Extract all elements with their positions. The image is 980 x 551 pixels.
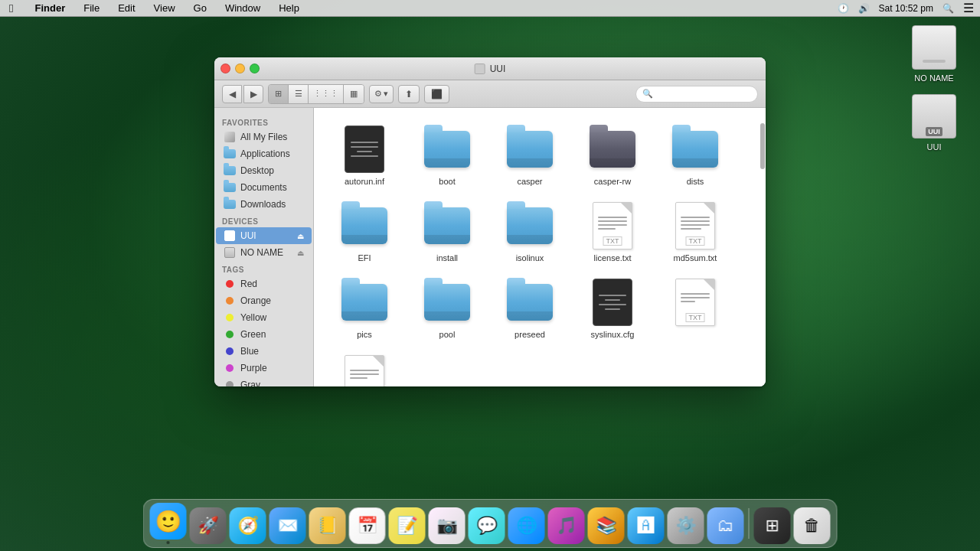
dock-item-filecleaner[interactable]: 🗂	[707, 507, 744, 544]
dock-item-network[interactable]: 🌐	[508, 507, 545, 544]
view-list-button[interactable]: ☰	[289, 85, 309, 103]
scrollbar[interactable]	[760, 108, 766, 386]
titlebar: UUI	[214, 57, 766, 80]
file-item-md5sum-txt[interactable]: TXT md5sum.txt	[657, 197, 733, 267]
install-folder-icon	[423, 201, 472, 250]
dock-item-launchpad2[interactable]: ⊞	[754, 507, 791, 544]
menubar-finder[interactable]: Finder	[31, 2, 68, 14]
file-item-syslinux[interactable]: syslinux.cfg	[574, 273, 651, 344]
forward-button[interactable]: ▶	[243, 85, 263, 103]
sidebar-item-tag-gray[interactable]: Gray	[216, 377, 312, 386]
uui-eject-button[interactable]: ⏏	[297, 232, 304, 240]
menubar-list-icon[interactable]: ☰	[963, 1, 974, 15]
isolinux-label: isolinux	[516, 253, 544, 262]
photos-dock-icon: 📷	[429, 507, 466, 544]
file-item-pool[interactable]: pool	[409, 273, 485, 344]
sidebar-item-tag-blue[interactable]: Blue	[216, 343, 312, 360]
view-column-button[interactable]: ⋮⋮⋮	[309, 85, 344, 103]
dock-item-messages[interactable]: 💬	[469, 507, 505, 544]
sidebar-item-documents[interactable]: Documents	[216, 179, 312, 196]
dock-item-mail[interactable]: ✉️	[270, 507, 306, 544]
dock-item-sysprefs[interactable]: ⚙️	[668, 507, 704, 544]
install-label: install	[436, 253, 458, 262]
sidebar-item-no-name-device[interactable]: NO NAME ⏏	[216, 244, 312, 261]
menubar-go[interactable]: Go	[191, 2, 210, 14]
documents-folder-icon	[224, 181, 236, 194]
file-item-install[interactable]: install	[409, 197, 485, 267]
back-button[interactable]: ◀	[222, 85, 242, 103]
notes-dock-icon: 📝	[389, 507, 426, 544]
apple-menu[interactable]: 	[6, 2, 16, 15]
search-box[interactable]: 🔍	[635, 86, 758, 103]
minimize-button[interactable]	[235, 64, 245, 73]
view-icon-button[interactable]: ⊞	[269, 85, 289, 103]
sidebar-item-tag-green[interactable]: Green	[216, 326, 312, 343]
menubar-file[interactable]: File	[80, 2, 103, 14]
file-item-txt4[interactable]: TXT	[326, 350, 403, 386]
file-item-efi[interactable]: EFI	[326, 197, 403, 267]
uui-drive-label: UUI	[927, 142, 942, 152]
casper-rw-label: casper-rw	[594, 177, 631, 186]
dock-item-notes[interactable]: 📝	[389, 507, 426, 544]
menubar-search-icon[interactable]: 🔍	[942, 3, 954, 14]
ibooks-dock-icon: 📚	[588, 507, 625, 544]
file-item-pics[interactable]: pics	[326, 273, 403, 344]
sidebar-item-downloads[interactable]: Downloads	[216, 196, 312, 213]
info-button[interactable]: ⬛	[424, 85, 449, 103]
dock-item-finder[interactable]: 🙂	[150, 503, 187, 544]
dock-item-addressbook[interactable]: 📒	[309, 507, 346, 544]
finder-window: UUI ◀ ▶ ⊞ ☰ ⋮⋮⋮ ▦ ⚙ ▾ ⬆ ⬛ 🔍 FAVORITES	[214, 57, 766, 386]
sidebar-item-tag-orange[interactable]: Orange	[216, 292, 312, 309]
no-name-drive-icon	[910, 23, 959, 72]
arrange-button[interactable]: ⚙ ▾	[369, 85, 394, 103]
sidebar-item-desktop[interactable]: Desktop	[216, 162, 312, 179]
sidebar-item-all-my-files[interactable]: All My Files	[216, 129, 312, 145]
dock-item-ibooks[interactable]: 📚	[588, 507, 625, 544]
file-item-boot[interactable]: boot	[409, 120, 485, 191]
sidebar-item-tag-red[interactable]: Red	[216, 276, 312, 292]
no-name-eject-button[interactable]: ⏏	[297, 249, 304, 257]
toolbar: ◀ ▶ ⊞ ☰ ⋮⋮⋮ ▦ ⚙ ▾ ⬆ ⬛ 🔍	[214, 80, 766, 108]
sidebar-item-applications[interactable]: Applications	[216, 145, 312, 162]
applications-folder-icon	[224, 148, 236, 160]
file-item-preseed[interactable]: preseed	[492, 273, 568, 344]
dock-item-appstore[interactable]: 🅰	[628, 507, 665, 544]
sidebar-label-uui: UUI	[240, 230, 256, 241]
pool-label: pool	[439, 330, 456, 339]
efi-folder-icon	[340, 201, 389, 250]
file-item-casper-rw[interactable]: casper-rw	[574, 120, 651, 191]
desktop-icon-uui[interactable]: UUI UUI	[903, 92, 965, 152]
dock-item-calendar[interactable]: 📅	[349, 507, 386, 544]
file-item-autorun-inf[interactable]: autorun.inf	[326, 120, 403, 191]
dock-separator	[749, 508, 750, 539]
window-title-text: UUI	[490, 64, 506, 74]
sidebar-item-tag-purple[interactable]: Purple	[216, 360, 312, 377]
autorun-inf-label: autorun.inf	[345, 177, 384, 186]
sidebar-item-tag-yellow[interactable]: Yellow	[216, 309, 312, 326]
dock-item-safari[interactable]: 🧭	[230, 507, 266, 544]
file-item-casper[interactable]: casper	[492, 120, 568, 191]
file-item-dists[interactable]: dists	[657, 120, 733, 191]
dock-item-launchpad[interactable]: 🚀	[190, 507, 227, 544]
sidebar-item-uui-device[interactable]: UUI ⏏	[216, 227, 312, 244]
pool-folder-icon	[423, 278, 472, 327]
file-item-license-txt[interactable]: TXT license.txt	[574, 197, 651, 267]
share-button[interactable]: ⬆	[398, 85, 420, 103]
dock-item-trash[interactable]: 🗑	[794, 507, 831, 544]
menubar-help[interactable]: Help	[276, 2, 302, 14]
menubar-window[interactable]: Window	[222, 2, 263, 14]
maximize-button[interactable]	[250, 64, 260, 73]
sidebar-label-yellow: Yellow	[240, 312, 266, 323]
dock-item-itunes[interactable]: 🎵	[548, 507, 585, 544]
file-item-txt3[interactable]: TXT	[657, 273, 733, 344]
scrollbar-thumb[interactable]	[760, 123, 765, 169]
favorites-section-title: FAVORITES	[214, 114, 313, 129]
close-button[interactable]	[220, 64, 230, 73]
file-item-isolinux[interactable]: isolinux	[492, 197, 568, 267]
menubar-view[interactable]: View	[151, 2, 178, 14]
desktop-icon-no-name[interactable]: NO NAME	[903, 23, 965, 83]
dock-item-photos[interactable]: 📷	[429, 507, 466, 544]
menubar-edit[interactable]: Edit	[115, 2, 138, 14]
view-cover-button[interactable]: ▦	[344, 85, 364, 103]
search-icon: 🔍	[642, 89, 653, 99]
